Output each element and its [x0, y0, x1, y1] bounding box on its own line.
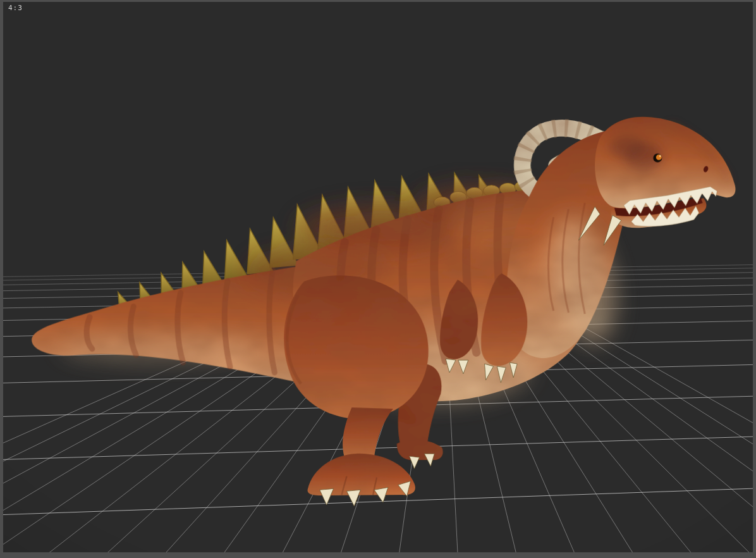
near-shin — [343, 407, 393, 456]
creature-model[interactable] — [32, 116, 735, 495]
foot-claw — [320, 488, 334, 505]
aspect-ratio-label: 4:3 — [8, 4, 23, 12]
back-spike — [225, 240, 248, 280]
3d-viewport[interactable]: 4:3 — [3, 2, 753, 552]
far-hind-foot — [397, 440, 443, 460]
eye — [653, 154, 662, 163]
near-foot — [307, 454, 415, 495]
shading-blob — [609, 136, 645, 159]
foot-claw — [410, 456, 420, 469]
viewport-canvas[interactable] — [3, 2, 753, 552]
foot-claw — [346, 490, 360, 506]
